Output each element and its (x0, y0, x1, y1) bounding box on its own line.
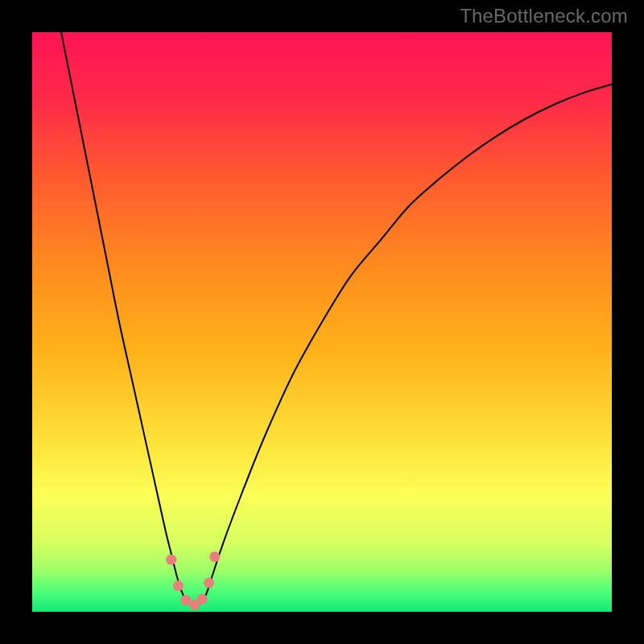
curve-markers (166, 551, 220, 610)
curve-path (61, 32, 612, 605)
curve-marker (166, 555, 176, 565)
plot-area (32, 32, 612, 612)
curve-marker (173, 580, 184, 591)
watermark: TheBottleneck.com (460, 5, 628, 27)
curve-marker (196, 594, 207, 605)
chart-frame: TheBottleneck.com (0, 0, 644, 644)
curve-marker (209, 551, 220, 562)
curve-marker (204, 578, 214, 588)
bottleneck-curve (32, 32, 612, 612)
